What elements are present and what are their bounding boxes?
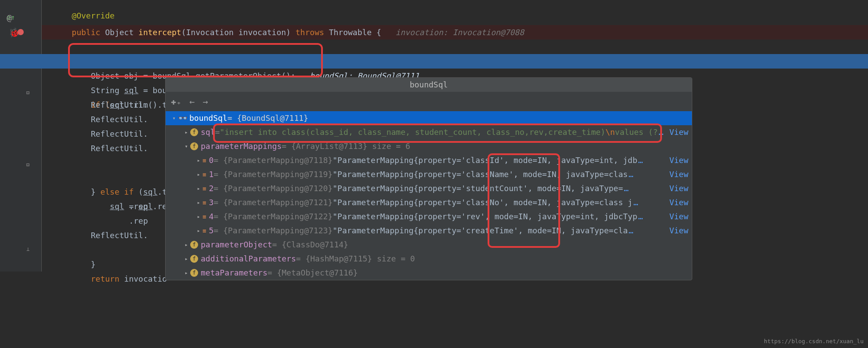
breakpoint-icon[interactable]: [18, 29, 24, 35]
view-link[interactable]: View: [669, 125, 688, 139]
debug-tree-item[interactable]: f sql = "insert into class(class_id, cla…: [166, 125, 692, 139]
chevron-right-icon[interactable]: [195, 224, 203, 238]
ellipsis-icon[interactable]: …: [633, 196, 638, 210]
code-line-breakpoint[interactable]: StatementHandler statementHandler = (Sta…: [0, 25, 868, 40]
ellipsis-icon[interactable]: …: [624, 181, 629, 196]
ellipsis-icon[interactable]: …: [638, 210, 643, 224]
field-icon: f: [190, 269, 198, 277]
array-element-icon: ≡: [203, 153, 206, 167]
array-element-icon: ≡: [203, 210, 206, 224]
debug-popup-toolbar: ✚₊ ← →: [166, 92, 692, 111]
view-link[interactable]: View: [669, 181, 688, 196]
debug-evaluate-popup[interactable]: boundSql ✚₊ ← → 👓 boundSql = {BoundSql@7…: [165, 77, 692, 280]
view-link[interactable]: View: [669, 224, 688, 238]
chevron-right-icon[interactable]: [195, 153, 203, 167]
debug-tree-item[interactable]: f additionalParameters = {HashMap@7115} …: [166, 252, 692, 266]
chevron-right-icon[interactable]: [195, 210, 203, 224]
chevron-down-icon[interactable]: [170, 111, 178, 125]
field-icon: f: [190, 128, 198, 136]
debug-tree-item[interactable]: ≡0 = {ParameterMapping@7118} "ParameterM…: [166, 153, 692, 167]
debug-tree-item[interactable]: ≡2 = {ParameterMapping@7120} "ParameterM…: [166, 181, 692, 196]
ellipsis-icon[interactable]: …: [629, 224, 633, 238]
array-element-icon: ≡: [203, 196, 206, 210]
chevron-right-icon[interactable]: [182, 125, 190, 139]
view-link[interactable]: View: [669, 196, 688, 210]
ellipsis-icon[interactable]: …: [638, 153, 643, 167]
chevron-right-icon[interactable]: [182, 252, 190, 266]
array-element-icon: ≡: [203, 181, 206, 196]
ellipsis-icon[interactable]: …: [629, 167, 633, 181]
field-icon: f: [190, 255, 198, 263]
watch-glasses-icon: 👓: [178, 111, 188, 125]
view-link[interactable]: View: [669, 210, 688, 224]
add-watch-icon[interactable]: ✚₊: [171, 96, 181, 107]
view-link[interactable]: View: [669, 167, 688, 181]
code-line-current-execution[interactable]: Object obj = boundSql.getParameterObject…: [0, 54, 868, 69]
chevron-right-icon[interactable]: [195, 167, 203, 181]
chevron-right-icon[interactable]: [182, 266, 190, 280]
chevron-right-icon[interactable]: [195, 181, 203, 196]
field-icon: f: [190, 241, 198, 249]
debug-tree-item[interactable]: ≡3 = {ParameterMapping@7121} "ParameterM…: [166, 196, 692, 210]
nav-back-icon[interactable]: ←: [189, 96, 195, 107]
view-link[interactable]: View: [669, 153, 688, 167]
debug-tree-item[interactable]: ≡5 = {ParameterMapping@7123} "ParameterM…: [166, 224, 692, 238]
debug-tree-item[interactable]: ≡1 = {ParameterMapping@7119} "ParameterM…: [166, 167, 692, 181]
debug-tree-root[interactable]: 👓 boundSql = {BoundSql@7111}: [166, 111, 692, 125]
array-element-icon: ≡: [203, 224, 206, 238]
debug-tree-item[interactable]: ≡4 = {ParameterMapping@7122} "ParameterM…: [166, 210, 692, 224]
debug-tree-item[interactable]: f parameterMappings = {ArrayList@7113} s…: [166, 139, 692, 153]
code-line[interactable]: public Object intercept(Invocation invoc…: [0, 11, 868, 25]
chevron-right-icon[interactable]: [182, 238, 190, 252]
chevron-down-icon[interactable]: [182, 139, 190, 153]
array-element-icon: ≡: [203, 167, 206, 181]
watermark-text: https://blog.csdn.net/xuan_lu: [764, 338, 864, 344]
nav-forward-icon[interactable]: →: [203, 96, 208, 107]
debug-tree-item[interactable]: f parameterObject = {ClassDo@7114}: [166, 238, 692, 252]
code-line[interactable]: BoundSql boundSql = statementHandler.get…: [0, 40, 868, 54]
debug-tree-item[interactable]: f metaParameters = {MetaObject@7116}: [166, 266, 692, 280]
ellipsis-icon[interactable]: …: [658, 125, 663, 139]
code-line[interactable]: @Override: [0, 0, 868, 11]
field-icon: f: [190, 142, 198, 150]
chevron-right-icon[interactable]: [195, 196, 203, 210]
debug-popup-title: boundSql: [166, 78, 692, 92]
